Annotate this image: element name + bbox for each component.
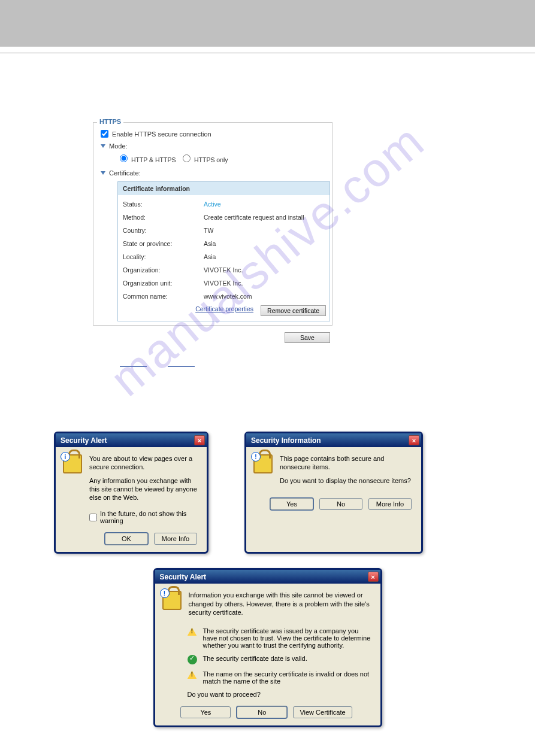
lock-icon: [253, 454, 273, 473]
dialog2-yes-button[interactable]: Yes: [270, 498, 313, 510]
cert-country-label: Country:: [123, 227, 204, 234]
close-icon[interactable]: ×: [409, 435, 419, 445]
cert-status-label: Status:: [123, 201, 204, 208]
radio-https-only[interactable]: [183, 154, 191, 162]
cert-table-header: Certificate information: [118, 182, 330, 195]
mode-radios: HTTP & HTTPS HTTPS only: [120, 154, 325, 163]
cert-row-method: Method: Create certificate request and i…: [118, 211, 330, 224]
dialog3-warn2-text: The name on the security certificate is …: [203, 670, 371, 685]
dialog3-proceed: Do you want to proceed?: [188, 691, 371, 698]
dialog1-line1: You are about to view pages over a secur…: [89, 454, 197, 472]
cert-country-value: TW: [204, 227, 213, 234]
cert-row-country: Country: TW: [118, 224, 330, 237]
page-content: manualshive.com HTTPS Enable HTTPS secur…: [0, 53, 535, 751]
cert-cname-label: Common name:: [123, 293, 204, 300]
header-bar: [0, 0, 535, 47]
cert-row-locality: Locality: Asia: [118, 250, 330, 263]
mode-label: Mode:: [109, 142, 128, 150]
dialog1-line2: Any information you exchange with this s…: [89, 476, 197, 502]
certificate-table: Certificate information Status: Active M…: [117, 181, 330, 321]
dialog3-ok1-text: The security certificate date is valid.: [203, 655, 307, 662]
cert-locality-value: Asia: [204, 253, 216, 260]
radio-https-only-label: HTTPS only: [194, 156, 228, 163]
cert-method-label: Method:: [123, 214, 204, 221]
cert-state-value: Asia: [204, 240, 216, 247]
cert-state-label: State or province:: [123, 240, 204, 247]
dialog3-warn1-text: The security certificate was issued by a…: [203, 627, 371, 649]
cert-row-orgunit: Organization unit: VIVOTEK Inc.: [118, 277, 330, 290]
close-icon[interactable]: ×: [368, 572, 379, 582]
remove-certificate-button[interactable]: Remove certificate: [261, 305, 326, 316]
save-button[interactable]: Save: [285, 332, 330, 343]
dialog1-title: Security Alert: [61, 436, 107, 445]
close-icon[interactable]: ×: [194, 435, 205, 445]
https-config-panel: HTTPS Enable HTTPS secure connection Mod…: [93, 122, 333, 326]
cert-method-value: Create certificate request and install: [204, 214, 304, 221]
dialog2-line2: Do you want to display the nonsecure ite…: [280, 476, 412, 485]
dialog3-title: Security Alert: [160, 573, 207, 581]
security-alert-dialog-2: Security Alert × Information you exchang…: [153, 568, 382, 727]
panel-legend: HTTPS: [97, 118, 123, 125]
cert-orgunit-value: VIVOTEK Inc.: [204, 280, 243, 287]
dialog3-warn2: The name on the security certificate is …: [188, 670, 371, 685]
certificate-label: Certificate:: [109, 169, 141, 177]
dialog2-line1: This page contains both secure and nonse…: [280, 454, 412, 472]
lock-icon: [162, 591, 182, 610]
enable-https-row: Enable HTTPS secure connection: [101, 130, 325, 138]
security-information-dialog: Security Information × This page contain…: [244, 432, 423, 554]
check-icon: [188, 655, 197, 664]
dialog3-yes-button[interactable]: Yes: [180, 706, 231, 718]
dialog1-checkbox[interactable]: [89, 514, 97, 521]
cert-locality-label: Locality:: [123, 253, 204, 260]
radio-http-https-label: HTTP & HTTPS: [131, 156, 176, 163]
dialog3-viewcert-button[interactable]: View Certificate: [293, 706, 352, 718]
cert-row-status: Status: Active: [118, 198, 330, 211]
certificate-properties-link[interactable]: Certificate properties: [195, 305, 253, 316]
cert-cname-value: www.vivotek.com: [204, 293, 252, 300]
dialog2-moreinfo-button[interactable]: More Info: [368, 498, 412, 510]
dialog3-warn1: The security certificate was issued by a…: [188, 627, 371, 649]
spacer-lines: [120, 343, 481, 367]
cert-row-cname: Common name: www.vivotek.com: [118, 290, 330, 303]
dialog1-ok-button[interactable]: OK: [105, 533, 148, 545]
dialog2-title: Security Information: [251, 436, 321, 445]
certificate-heading[interactable]: Certificate:: [101, 169, 325, 177]
cert-org-label: Organization:: [123, 266, 204, 274]
dialog2-no-button[interactable]: No: [319, 498, 362, 510]
mode-heading[interactable]: Mode:: [101, 142, 325, 150]
dialog3-ok1: The security certificate date is valid.: [188, 655, 371, 664]
warning-icon: [188, 670, 197, 679]
warning-icon: [188, 627, 197, 636]
dialog3-intro: Information you exchange with this site …: [189, 591, 371, 617]
dialog1-checkbox-label: In the future, do not show this warning: [100, 510, 197, 524]
dialog1-moreinfo-button[interactable]: More Info: [154, 533, 197, 545]
dialog1-titlebar: Security Alert ×: [56, 433, 207, 447]
cert-org-value: VIVOTEK Inc.: [204, 266, 243, 274]
enable-https-label: Enable HTTPS secure connection: [112, 130, 211, 138]
dialog3-titlebar: Security Alert ×: [155, 570, 380, 584]
cert-orgunit-label: Organization unit:: [123, 280, 204, 287]
security-alert-dialog-1: Security Alert × You are about to view p…: [54, 432, 208, 554]
chevron-down-icon: [101, 171, 105, 175]
cert-row-org: Organization: VIVOTEK Inc.: [118, 263, 330, 277]
lock-icon: [63, 454, 82, 473]
dialog2-titlebar: Security Information ×: [246, 433, 421, 447]
enable-https-checkbox[interactable]: [101, 130, 108, 138]
chevron-down-icon: [101, 144, 105, 148]
dialog3-no-button[interactable]: No: [237, 706, 287, 718]
radio-http-https[interactable]: [120, 154, 128, 162]
cert-row-state: State or province: Asia: [118, 237, 330, 250]
cert-status-value: Active: [204, 201, 221, 208]
